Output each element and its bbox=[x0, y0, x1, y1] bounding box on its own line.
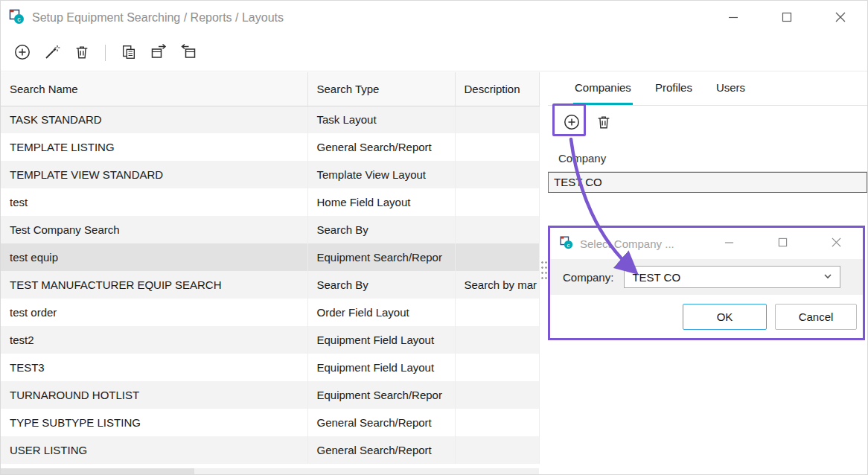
search-type-cell: Search By bbox=[307, 271, 455, 299]
search-name-cell: TEMPLATE LISTING bbox=[1, 133, 307, 161]
search-name-cell: Test Company Search bbox=[1, 216, 307, 243]
scrollbar-thumb[interactable] bbox=[1, 468, 194, 474]
table-row[interactable]: TEMPLATE VIEW STANDARDTemplate View Layo… bbox=[1, 161, 539, 188]
svg-text:c: c bbox=[567, 241, 570, 248]
title-bar: c Setup Equipment Searching / Reports / … bbox=[1, 1, 867, 35]
search-name-cell: TEST3 bbox=[1, 354, 307, 381]
toolbar-separator bbox=[105, 45, 106, 61]
trash-icon bbox=[596, 114, 612, 133]
search-table-container: Search Name Search Type Description TASK… bbox=[1, 72, 539, 474]
maximize-icon bbox=[782, 12, 792, 25]
dialog-minimize-button[interactable] bbox=[702, 228, 756, 259]
search-type-cell: General Search/Report bbox=[307, 133, 455, 161]
description-cell bbox=[455, 161, 539, 188]
description-cell: Search by mar bbox=[455, 271, 539, 299]
table-row[interactable]: TEMPLATE LISTINGGeneral Search/Report bbox=[1, 133, 539, 161]
table-row[interactable]: test equipEquipment Search/Repor bbox=[1, 243, 539, 271]
search-type-cell: Equipment Search/Repor bbox=[307, 243, 455, 271]
table-row[interactable]: TYPE SUBTYPE LISTINGGeneral Search/Repor… bbox=[1, 409, 539, 436]
dialog-close-button[interactable] bbox=[809, 228, 863, 259]
search-type-cell: Equipment Search/Repor bbox=[307, 381, 455, 409]
modify-button[interactable] bbox=[42, 43, 62, 63]
company-list: TEST CO bbox=[548, 172, 867, 193]
clipboard-icon bbox=[121, 44, 137, 63]
select-company-dialog: c Select Company ... Company: TEST CO bbox=[548, 226, 865, 340]
close-button[interactable] bbox=[814, 1, 867, 35]
maximize-button[interactable] bbox=[760, 1, 814, 35]
dialog-maximize-button[interactable] bbox=[756, 228, 809, 259]
table-row[interactable]: test orderOrder Field Layout bbox=[1, 299, 539, 326]
copy-button[interactable] bbox=[119, 43, 138, 63]
table-header-row: Search Name Search Type Description bbox=[1, 72, 539, 106]
import-icon bbox=[179, 43, 197, 63]
add-icon bbox=[13, 43, 31, 63]
table-row[interactable]: TEST3Equipment Field Layout bbox=[1, 354, 539, 381]
search-table-body: TASK STANDARDTask LayoutTEMPLATE LISTING… bbox=[1, 106, 539, 464]
search-name-cell: TASK STANDARD bbox=[1, 106, 307, 133]
cancel-button[interactable]: Cancel bbox=[775, 304, 857, 330]
search-type-cell: Search By bbox=[307, 216, 455, 243]
dialog-title-bar: c Select Company ... bbox=[550, 228, 863, 259]
search-type-cell: Task Layout bbox=[307, 106, 455, 133]
company-dropdown-value: TEST CO bbox=[632, 271, 680, 284]
search-name-cell: TEMPLATE VIEW STANDARD bbox=[1, 161, 307, 188]
description-cell bbox=[455, 243, 539, 271]
add-company-button[interactable] bbox=[562, 113, 581, 133]
search-name-cell: test equip bbox=[1, 243, 307, 271]
splitter-grip[interactable] bbox=[540, 260, 548, 282]
horizontal-scrollbar[interactable] bbox=[1, 468, 539, 474]
minimize-icon bbox=[724, 238, 734, 249]
export-icon bbox=[150, 43, 167, 63]
company-dropdown[interactable]: TEST CO bbox=[624, 266, 840, 288]
tab-companies[interactable]: Companies bbox=[573, 72, 633, 105]
add-button[interactable] bbox=[13, 43, 32, 63]
export-layout-button[interactable] bbox=[149, 43, 168, 63]
column-header-search-type[interactable]: Search Type bbox=[307, 72, 455, 106]
tab-profiles[interactable]: Profiles bbox=[654, 72, 694, 105]
app-icon: c bbox=[8, 8, 25, 28]
search-name-cell: USER LISTING bbox=[1, 436, 307, 464]
description-cell bbox=[455, 409, 539, 436]
minimize-button[interactable] bbox=[706, 1, 760, 35]
maximize-icon bbox=[778, 238, 788, 249]
add-icon bbox=[563, 113, 581, 133]
description-cell bbox=[455, 133, 539, 161]
import-layout-button[interactable] bbox=[179, 43, 198, 63]
column-header-search-name[interactable]: Search Name bbox=[1, 72, 307, 106]
trash-icon bbox=[74, 44, 90, 63]
tab-strip: CompaniesProfilesUsers bbox=[548, 72, 867, 106]
table-row[interactable]: TASK STANDARDTask Layout bbox=[1, 106, 539, 133]
description-cell bbox=[455, 188, 539, 216]
description-cell bbox=[455, 326, 539, 354]
table-row[interactable]: TURNAROUND HOTLISTEquipment Search/Repor bbox=[1, 381, 539, 409]
description-cell bbox=[455, 216, 539, 243]
table-row[interactable]: TEST MANUFACTURER EQUIP SEARCHSearch ByS… bbox=[1, 271, 539, 299]
main-toolbar bbox=[1, 35, 867, 71]
app-window: c Setup Equipment Searching / Reports / … bbox=[0, 0, 868, 475]
company-column-header[interactable]: Company bbox=[548, 145, 867, 172]
close-icon bbox=[831, 237, 842, 250]
dialog-window-controls bbox=[702, 228, 863, 259]
description-cell bbox=[455, 436, 539, 464]
column-header-description[interactable]: Description bbox=[455, 72, 539, 106]
search-name-cell: TURNAROUND HOTLIST bbox=[1, 381, 307, 409]
delete-company-button[interactable] bbox=[594, 113, 613, 133]
svg-text:c: c bbox=[17, 16, 21, 23]
description-cell bbox=[455, 354, 539, 381]
company-field-row: Company: TEST CO bbox=[550, 259, 863, 295]
table-row[interactable]: USER LISTINGGeneral Search/Report bbox=[1, 436, 539, 464]
search-name-cell: test order bbox=[1, 299, 307, 326]
company-row[interactable]: TEST CO bbox=[548, 172, 867, 193]
tab-users[interactable]: Users bbox=[715, 72, 747, 105]
table-row[interactable]: Test Company SearchSearch By bbox=[1, 216, 539, 243]
window-title: Setup Equipment Searching / Reports / La… bbox=[32, 11, 284, 25]
search-type-cell: Template View Layout bbox=[307, 161, 455, 188]
table-row[interactable]: testHome Field Layout bbox=[1, 188, 539, 216]
search-type-cell: Equipment Field Layout bbox=[307, 326, 455, 354]
chevron-down-icon bbox=[823, 271, 833, 284]
minimize-icon bbox=[728, 12, 738, 25]
close-icon bbox=[835, 11, 846, 25]
delete-button[interactable] bbox=[72, 43, 92, 63]
ok-button[interactable]: OK bbox=[683, 304, 767, 330]
table-row[interactable]: test2Equipment Field Layout bbox=[1, 326, 539, 354]
